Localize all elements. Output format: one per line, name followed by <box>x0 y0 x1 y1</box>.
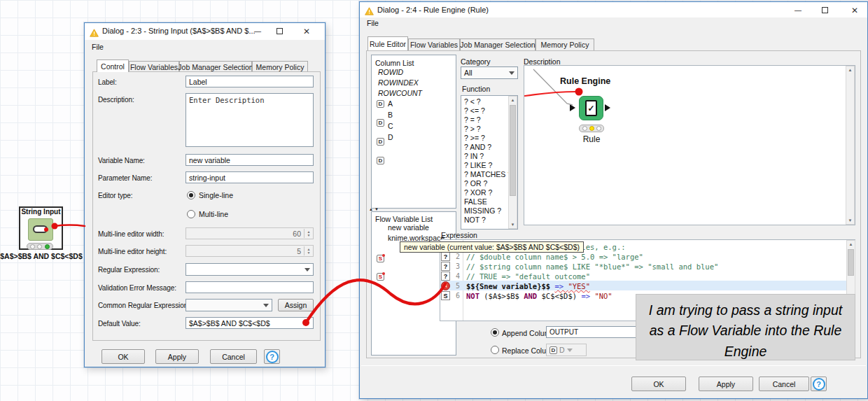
scroll-up-icon[interactable]: ▲ <box>847 241 855 248</box>
rule-engine-node-title: Rule Engine <box>560 76 610 86</box>
maximize-icon[interactable] <box>276 28 283 34</box>
double-type-icon: D <box>377 119 384 127</box>
minimize-icon[interactable]: — <box>791 6 805 15</box>
function-item[interactable]: ? MATCHES ? <box>464 170 512 178</box>
function-item[interactable]: NOT ? <box>464 216 486 224</box>
function-item[interactable]: FALSE <box>464 197 487 206</box>
multiline-height-spinner[interactable]: 5 ▲▼ <box>186 245 314 257</box>
help-button[interactable]: ? <box>811 377 827 391</box>
ok-button[interactable]: OK <box>102 349 145 364</box>
file-menu[interactable]: File <box>367 19 379 27</box>
line-number: 2 <box>451 253 460 260</box>
expression-line-4[interactable]: // TRUE => "default outcome" <box>466 272 590 281</box>
function-item[interactable]: ? LIKE ? <box>464 161 492 169</box>
tab-control[interactable]: Control <box>97 59 129 72</box>
close-icon[interactable]: ✕ <box>848 6 862 15</box>
append-column-input[interactable]: OUTPUT <box>546 326 637 338</box>
default-value-input[interactable]: $A$>$B$ AND $C$<$D$ <box>186 317 314 329</box>
append-column-radio[interactable] <box>491 328 499 337</box>
regex-label: Regular Expression: <box>98 266 160 274</box>
function-item[interactable]: ? AND ? <box>464 143 491 151</box>
tab-flow-variables[interactable]: Flow Variables <box>408 38 460 50</box>
parameter-name-input[interactable]: string-input <box>186 171 314 183</box>
list-item-rowcount[interactable]: ROWCOUNT <box>378 89 422 97</box>
default-value-label: Default Value: <box>98 320 141 328</box>
description-scrollbar[interactable]: ▲ ▼ <box>846 66 855 225</box>
function-label: Function <box>462 85 490 93</box>
file-menu[interactable]: File <box>92 43 104 51</box>
validation-error-label: Validation Error Message: <box>98 284 176 292</box>
list-item-rowindex[interactable]: ROWINDEX <box>378 78 419 87</box>
category-combobox[interactable]: All <box>461 66 518 79</box>
function-item[interactable]: ? < ? <box>464 97 481 106</box>
apply-button[interactable]: Apply <box>155 349 199 364</box>
spinner-arrows-icon[interactable]: ▲▼ <box>304 246 313 255</box>
scroll-down-icon[interactable]: ▼ <box>846 217 854 224</box>
scroll-up-icon[interactable]: ▲ <box>846 66 854 73</box>
help-button[interactable]: ? <box>264 349 280 364</box>
scrollbar-thumb[interactable] <box>848 249 854 276</box>
replace-column-radio[interactable] <box>491 346 499 354</box>
traffic-light <box>27 243 53 250</box>
function-item[interactable]: ? OR ? <box>464 179 487 188</box>
validation-error-input[interactable] <box>186 281 314 293</box>
single-line-radio-label: Single-line <box>199 191 233 199</box>
tab-memory-policy[interactable]: Memory Policy <box>536 38 594 50</box>
tab-flow-variables[interactable]: Flow Variables <box>129 61 179 72</box>
double-type-icon: D <box>377 138 384 146</box>
close-icon[interactable]: ✕ <box>300 27 314 36</box>
chevron-down-icon <box>567 349 573 352</box>
description-textarea[interactable]: Enter Description <box>186 93 314 147</box>
function-item[interactable]: ? = ? <box>464 115 481 124</box>
label-input[interactable]: Label <box>186 76 314 87</box>
expression-line-5[interactable]: $${Snew variable}$$ => "YES" <box>466 281 590 291</box>
tab-job-manager[interactable]: Job Manager Selection <box>179 61 252 72</box>
scroll-up-icon[interactable]: ▲ <box>509 97 517 104</box>
cancel-button[interactable]: Cancel <box>759 377 809 391</box>
replace-column-combobox[interactable]: D D <box>546 344 587 356</box>
multi-line-radio[interactable] <box>187 210 195 218</box>
list-item-column-b[interactable]: B <box>388 111 393 119</box>
single-line-radio[interactable] <box>187 191 195 199</box>
function-item[interactable]: ? > ? <box>464 125 481 133</box>
variable-name-input[interactable]: new variable <box>186 154 314 166</box>
regex-combobox[interactable] <box>186 263 314 276</box>
function-scrollbar[interactable]: ▲ ▼ <box>508 96 517 229</box>
input-port-icon <box>570 104 575 111</box>
window-title: Dialog - 2:4 - Rule Engine (Rule) <box>377 6 489 14</box>
list-item-column-d[interactable]: D <box>388 133 393 141</box>
list-item-column-c[interactable]: C <box>388 122 393 130</box>
ok-button[interactable]: OK <box>631 377 686 391</box>
function-item[interactable]: ? IN ? <box>464 152 484 160</box>
multiline-width-spinner[interactable]: 60 ▲▼ <box>186 227 314 239</box>
tab-rule-editor[interactable]: Rule Editor <box>368 36 408 50</box>
spinner-arrows-icon[interactable]: ▲▼ <box>304 229 313 238</box>
expression-line-3[interactable]: // $string column name$ LIKE "*blue*" =>… <box>466 262 718 272</box>
function-item[interactable]: ? <= ? <box>464 106 485 115</box>
maximize-icon[interactable] <box>822 7 828 13</box>
rule-document-check-icon: ✓ <box>585 100 597 116</box>
line-number: 5 <box>451 282 460 290</box>
minimize-icon[interactable]: — <box>251 27 265 36</box>
scrollbar-thumb[interactable] <box>510 105 516 196</box>
list-item-column-a[interactable]: A <box>388 99 393 108</box>
double-type-icon: D <box>377 100 384 108</box>
tab-memory-policy[interactable]: Memory Policy <box>252 61 308 72</box>
tab-job-manager[interactable]: Job Manager Selection <box>460 38 536 50</box>
assign-button[interactable]: Assign <box>278 299 314 311</box>
function-item[interactable]: ? >= ? <box>464 134 485 142</box>
help-icon: ? <box>266 351 279 363</box>
scroll-down-icon[interactable]: ▼ <box>509 221 517 228</box>
cancel-button[interactable]: Cancel <box>210 349 257 364</box>
column-list[interactable] <box>371 55 456 209</box>
expression-line-6[interactable]: NOT ($A$>$B$ AND $C$<$D$) => "NO" <box>466 291 612 301</box>
knime-warning-icon <box>365 6 374 18</box>
function-item[interactable]: ? XOR ? <box>464 188 492 197</box>
common-regex-combobox[interactable] <box>186 299 272 311</box>
list-item-rowid[interactable]: ROWID <box>378 68 403 76</box>
expression-line-2[interactable]: // $double column name$ > 5.0 => "large" <box>466 252 643 262</box>
apply-button[interactable]: Apply <box>699 377 753 391</box>
list-item-new-variable[interactable]: new variable <box>388 223 429 232</box>
function-item[interactable]: MISSING ? <box>464 206 501 215</box>
traffic-red-off <box>30 244 35 249</box>
